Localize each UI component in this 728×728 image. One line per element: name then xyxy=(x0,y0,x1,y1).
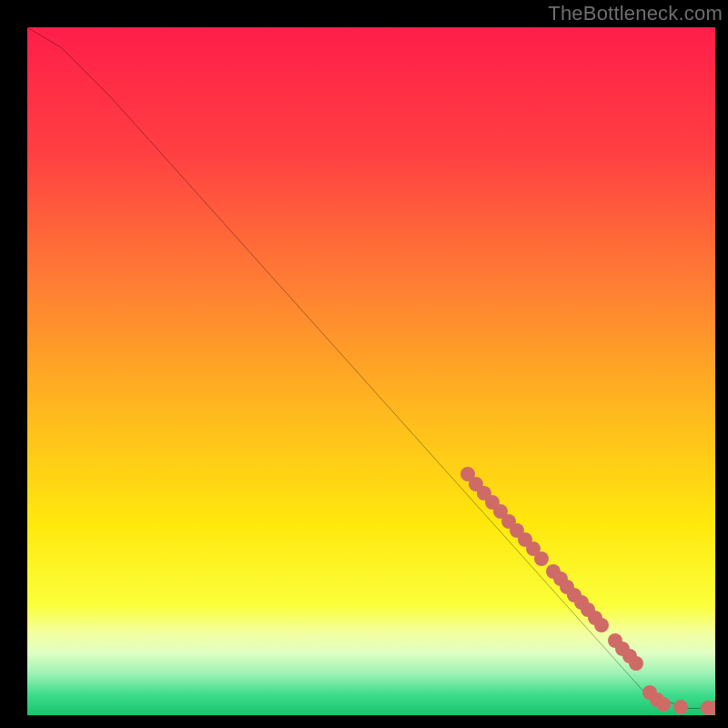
chart-frame: TheBottleneck.com xyxy=(0,0,728,728)
plot-area xyxy=(27,27,715,715)
bottleneck-curve xyxy=(27,27,715,715)
watermark-text: TheBottleneck.com xyxy=(548,2,723,25)
curve-marker xyxy=(673,700,688,714)
